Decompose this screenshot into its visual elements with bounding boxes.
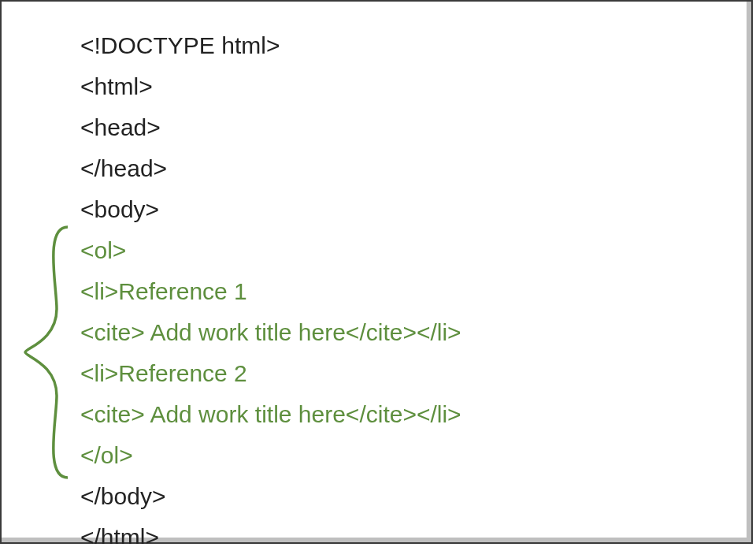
code-frame: <!DOCTYPE html> <html> <head> </head> <b… bbox=[0, 0, 753, 544]
code-line-highlight: <cite> Add work title here</cite></li> bbox=[80, 394, 461, 435]
code-line: <body> bbox=[80, 189, 461, 230]
code-line: <!DOCTYPE html> bbox=[80, 25, 461, 66]
brace-icon bbox=[19, 222, 74, 482]
code-line-highlight: <li>Reference 2 bbox=[80, 353, 461, 394]
code-line: </html> bbox=[80, 517, 461, 544]
code-line: <html> bbox=[80, 66, 461, 107]
code-line-highlight: <ol> bbox=[80, 230, 461, 271]
code-line-highlight: <li>Reference 1 bbox=[80, 271, 461, 312]
code-line: <head> bbox=[80, 107, 461, 148]
code-line-highlight: </ol> bbox=[80, 435, 461, 476]
code-line-highlight: <cite> Add work title here</cite></li> bbox=[80, 312, 461, 353]
code-block: <!DOCTYPE html> <html> <head> </head> <b… bbox=[80, 25, 461, 544]
code-line: </head> bbox=[80, 148, 461, 189]
code-line: </body> bbox=[80, 476, 461, 517]
